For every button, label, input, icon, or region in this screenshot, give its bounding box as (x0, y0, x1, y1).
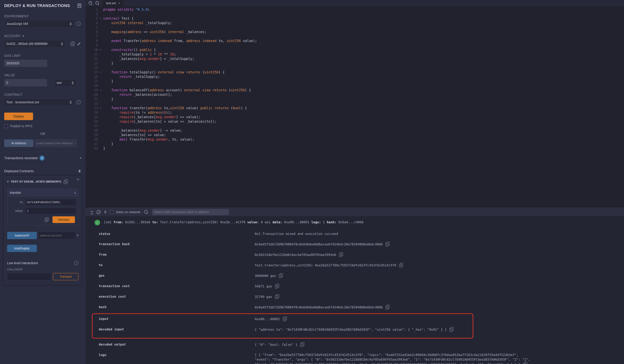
code-token: } (103, 97, 113, 101)
contract-info-icon[interactable]: i (77, 100, 81, 104)
transfer-to-input[interactable] (25, 199, 76, 205)
environment-info-icon[interactable]: i (77, 22, 81, 26)
fold-arrow-icon[interactable]: ▾ (98, 16, 103, 21)
code-token: ; (148, 8, 150, 11)
tx-detail-row-logs: logs[ { "from": "0xe2be527760c7503716dfe… (99, 353, 624, 364)
publish-ipfs-checkbox[interactable] (4, 124, 8, 128)
transactions-recorded-row[interactable]: Transactions recorded 2 ▾ (4, 152, 81, 160)
code-editor[interactable]: 1pragma solidity ^0.5.0;23▾contract Test… (86, 6, 624, 151)
value-unit: wei (57, 81, 62, 85)
close-instance-icon[interactable]: × (77, 177, 79, 182)
copy-icon[interactable] (275, 294, 279, 299)
fold-arrow-icon[interactable]: ▾ (98, 106, 103, 110)
environment-select[interactable]: JavaScript VM (4, 20, 74, 27)
tx-summary-row[interactable]: ✓ [vm] from: 0x502...993e6 to: Test.tran… (95, 220, 624, 225)
code-token (103, 106, 111, 110)
fold-gutter (98, 124, 103, 128)
tx-detail-value: [ { "from": "0xe2be527760c7503716dfe923f… (255, 353, 532, 364)
code-token: msg.sender (140, 57, 160, 61)
at-address-button[interactable]: At Address (4, 139, 33, 147)
line-number: 32 (86, 146, 98, 151)
environment-value: JavaScript VM (6, 22, 28, 26)
zoom-in-icon[interactable]: + (88, 1, 93, 5)
copy-icon[interactable] (523, 362, 527, 364)
chevron-down-icon[interactable]: ▾ (80, 156, 81, 160)
fold-arrow-icon[interactable]: ▾ (98, 70, 103, 75)
account-value: 0x502...993e6 (99.9999999 (6, 42, 48, 46)
summary-token: data: (273, 220, 282, 224)
copy-instance-address-icon[interactable] (64, 179, 68, 184)
line-number: 29 (86, 133, 98, 137)
code-line: 11 _totalSupply = 1 * 10 ** 18; (86, 52, 624, 56)
fold-arrow-icon[interactable]: ▾ (98, 48, 103, 52)
clear-console-icon[interactable] (97, 210, 101, 214)
tx-detail-row-status: status0x1 Transaction mined and executio… (99, 232, 624, 236)
zoom-out-icon[interactable]: − (95, 1, 100, 5)
fold-gutter (98, 43, 103, 48)
transfer-value-input[interactable] (25, 208, 76, 214)
copy-icon[interactable] (386, 242, 390, 246)
code-token: Transfer( (128, 137, 148, 141)
tx-detail-value: 0x9a45f5db7269670894f0c8e64b0a4b86aceebf… (255, 242, 390, 247)
gas-limit-input[interactable] (4, 60, 47, 67)
chevron-up-icon[interactable]: ▴ (74, 191, 76, 194)
value-input[interactable] (4, 79, 47, 86)
copy-icon[interactable] (279, 273, 283, 278)
deploy-button[interactable]: Deploy (4, 113, 33, 120)
line-number: 21 (86, 97, 98, 101)
chevron-down-icon[interactable]: ▾ (7, 180, 9, 183)
tab-test-sol[interactable]: test.sol × (103, 0, 124, 6)
deploy-run-panel: DEPLOY & RUN TRANSACTIONS ENVIRONMENT Ja… (0, 0, 86, 364)
copy-icon[interactable] (339, 252, 343, 257)
copy-icon[interactable] (300, 342, 304, 347)
copy-icon[interactable] (275, 284, 279, 288)
copy-icon[interactable] (386, 305, 390, 309)
editor-tab-bar: + − test.sol × (86, 0, 624, 6)
load-address-input[interactable] (34, 139, 77, 147)
terminal-search-input[interactable] (152, 209, 229, 215)
code-token: 10 (158, 52, 162, 56)
copy-account-icon[interactable] (71, 42, 75, 46)
code-token: (to != (134, 111, 148, 114)
transactions-recorded-label: Transactions recorded (4, 156, 38, 160)
copy-icon[interactable] (449, 327, 453, 332)
account-select[interactable]: 0x502...993e6 (99.9999999 (4, 40, 65, 48)
code-token (103, 137, 119, 141)
deployed-contracts-label: Deployed Contracts (4, 169, 34, 173)
copy-icon[interactable] (283, 316, 287, 321)
balanceof-button[interactable]: balanceOf (7, 232, 37, 239)
code-token (103, 93, 119, 97)
totalsupply-button[interactable]: totalSupply (7, 245, 37, 252)
code-token: ^0.5.0 (135, 8, 148, 11)
fold-arrow-icon[interactable]: ▾ (98, 88, 103, 92)
trash-icon[interactable] (78, 169, 81, 173)
code-line: 17 } (86, 79, 624, 83)
code-token: ( (200, 70, 205, 74)
copy-icon[interactable] (399, 263, 403, 267)
add-account-icon[interactable]: + (22, 34, 25, 38)
tx-detail-row-transaction-cost: transaction cost54671 gas (99, 284, 624, 289)
line-number: 14 (86, 66, 98, 70)
low-level-transact-button[interactable]: Transact (53, 273, 78, 280)
copy-calldata-icon[interactable] (45, 217, 49, 222)
code-token: (_balances[ (134, 115, 156, 119)
value-unit-select[interactable]: wei (55, 79, 76, 86)
code-token: _totalSupply; (144, 21, 172, 25)
transfer-function-header[interactable]: transfer ▴ (7, 189, 78, 196)
expand-terminal-icon[interactable] (91, 210, 93, 214)
transact-button[interactable]: transact (52, 216, 75, 223)
calldata-input[interactable] (7, 273, 52, 280)
code-token: )); (166, 111, 172, 114)
sign-message-pencil-icon[interactable] (77, 42, 81, 46)
low-level-info-icon[interactable]: i (74, 261, 78, 265)
listen-network-checkbox[interactable] (110, 210, 114, 214)
code-token: address (128, 30, 142, 34)
contract-select[interactable]: Test - browser/test.sol (4, 99, 74, 106)
tx-detail-key: to (99, 263, 255, 268)
tx-detail-key: decoded input (99, 327, 255, 332)
line-number: 18 (86, 83, 98, 88)
line-number: 27 (86, 124, 98, 128)
balanceof-account-input[interactable] (38, 232, 76, 239)
chevron-down-icon[interactable]: ▾ (77, 234, 78, 237)
close-tab-icon[interactable]: × (118, 1, 120, 5)
